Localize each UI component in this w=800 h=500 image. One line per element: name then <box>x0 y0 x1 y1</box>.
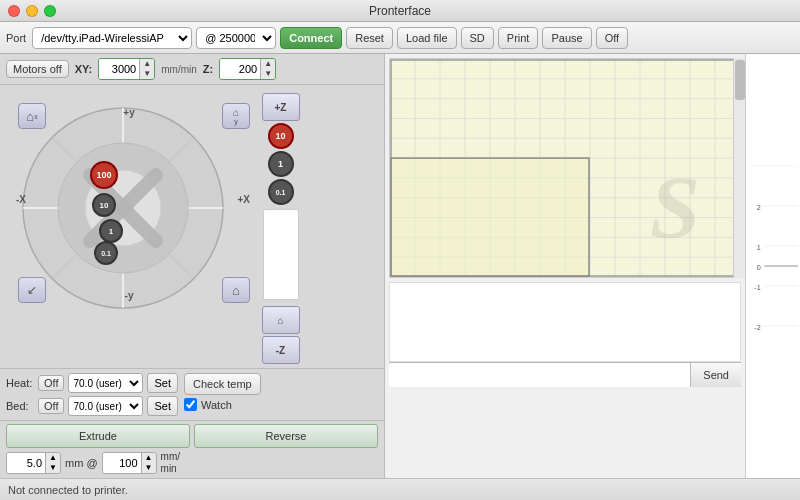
send-input[interactable] <box>389 363 691 387</box>
extrude-speed-down[interactable]: ▼ <box>142 463 156 473</box>
z-plus-button[interactable]: +Z <box>262 93 300 121</box>
send-button[interactable]: Send <box>691 363 741 387</box>
jog-wheel-svg[interactable] <box>18 103 228 313</box>
home-bottomright-button[interactable]: ⌂ <box>222 277 250 303</box>
status-bar: Not connected to printer. <box>0 478 800 500</box>
z-speed-down-button[interactable]: ▼ <box>261 69 275 79</box>
plus-x-label: +X <box>237 194 250 205</box>
chart-svg: 2 1 0 -1 -2 <box>748 56 798 476</box>
extrude-amount-down[interactable]: ▼ <box>46 463 60 473</box>
xy-speed-input[interactable] <box>99 59 139 79</box>
svg-text:1: 1 <box>757 243 761 252</box>
step-01-badge[interactable]: 0.1 <box>94 241 118 265</box>
status-text: Not connected to printer. <box>8 484 128 496</box>
check-temp-button[interactable]: Check temp <box>184 373 261 395</box>
bed-temp-select[interactable]: 70.0 (user) <box>68 396 143 416</box>
heat-label: Heat: <box>6 377 34 389</box>
reset-button[interactable]: Reset <box>346 27 393 49</box>
heat-temp-select[interactable]: 70.0 (user) <box>68 373 143 393</box>
bed-set-button[interactable]: Set <box>147 396 178 416</box>
extrude-buttons: Extrude Reverse <box>6 424 378 448</box>
print-button[interactable]: Print <box>498 27 539 49</box>
z-home-button[interactable]: ⌂ <box>262 306 300 334</box>
extrude-amount-up[interactable]: ▲ <box>46 453 60 463</box>
sd-button[interactable]: SD <box>461 27 494 49</box>
jog-wheel[interactable] <box>18 103 228 313</box>
step-1-badge[interactable]: 1 <box>99 219 123 243</box>
z-speed-spinner-buttons: ▲ ▼ <box>260 59 275 79</box>
heat-status: Off <box>38 375 64 391</box>
mm-at-label: mm @ <box>65 457 98 469</box>
window-title: Pronterface <box>369 4 431 18</box>
connect-button[interactable]: Connect <box>280 27 342 49</box>
svg-text:-2: -2 <box>754 323 760 332</box>
svg-text:-1: -1 <box>754 283 760 292</box>
mmmin-label: mm/min <box>161 64 197 75</box>
xy-speed-up-button[interactable]: ▲ <box>140 59 154 69</box>
bed-row: Bed: Off 70.0 (user) Set <box>6 396 178 416</box>
bed-status: Off <box>38 398 64 414</box>
xy-label: XY: <box>75 63 93 75</box>
port-label: Port <box>6 32 26 44</box>
svg-text:S: S <box>650 158 700 257</box>
xy-speed-spinner-buttons: ▲ ▼ <box>139 59 154 79</box>
heat-bed-panel: Heat: Off 70.0 (user) Set Bed: Off 70.0 … <box>0 368 384 420</box>
close-button[interactable] <box>8 5 20 17</box>
extrude-speed-spinner: ▲ ▼ <box>102 452 157 474</box>
z-label: Z: <box>203 63 213 75</box>
mmmin-extrude-label: mm/min <box>161 451 180 475</box>
extrude-amount-input[interactable] <box>7 453 45 473</box>
pause-button[interactable]: Pause <box>542 27 591 49</box>
build-plate: S Send <box>385 54 745 478</box>
maximize-button[interactable] <box>44 5 56 17</box>
extrude-panel: Extrude Reverse ▲ ▼ mm @ ▲ ▼ <box>0 420 384 478</box>
heat-check-layout: Heat: Off 70.0 (user) Set Bed: Off 70.0 … <box>6 373 378 416</box>
reverse-button[interactable]: Reverse <box>194 424 378 448</box>
main-content: Motors off XY: ▲ ▼ mm/min Z: ▲ ▼ <box>0 54 800 478</box>
heat-set-button[interactable]: Set <box>147 373 178 393</box>
step-10-badge[interactable]: 10 <box>92 193 116 217</box>
z-speed-up-button[interactable]: ▲ <box>261 59 275 69</box>
motors-off-button[interactable]: Motors off <box>6 60 69 78</box>
z-jog-panel: +Z 10 1 0.1 ⌂ -Z <box>258 89 303 364</box>
watch-checkbox[interactable] <box>184 398 197 411</box>
xy-jog-container: ⌂x ⌂y ↙ ⌂ +y -y -X +X <box>4 89 254 309</box>
build-grid: S <box>389 58 741 278</box>
watch-label: Watch <box>201 399 232 411</box>
heat-check-right-panel: Check temp Watch <box>184 373 261 411</box>
z-minus-button[interactable]: -Z <box>262 336 300 364</box>
svg-rect-34 <box>391 158 589 276</box>
home-topleft-button[interactable]: ⌂x <box>18 103 46 129</box>
z-speed-input[interactable] <box>220 59 260 79</box>
home-topright-button[interactable]: ⌂y <box>222 103 250 129</box>
left-panel: Motors off XY: ▲ ▼ mm/min Z: ▲ ▼ <box>0 54 385 478</box>
z-speed-spinner: ▲ ▼ <box>219 58 276 80</box>
off-button[interactable]: Off <box>596 27 628 49</box>
send-row: Send <box>389 362 741 387</box>
port-select[interactable]: /dev/tty.iPad-WirelessiAP <box>32 27 192 49</box>
step-100-badge[interactable]: 100 <box>90 161 118 189</box>
grid-area: S Send <box>385 54 800 478</box>
window-controls <box>8 5 56 17</box>
z-step-10-badge[interactable]: 10 <box>268 123 294 149</box>
heat-row: Heat: Off 70.0 (user) Set <box>6 373 178 393</box>
z-step-01-badge[interactable]: 0.1 <box>268 179 294 205</box>
extrude-button[interactable]: Extrude <box>6 424 190 448</box>
xy-speed-down-button[interactable]: ▼ <box>140 69 154 79</box>
minus-y-label: -y <box>125 290 134 301</box>
extrude-amount-spinner-buttons: ▲ ▼ <box>45 453 60 473</box>
extrude-speed-spinner-buttons: ▲ ▼ <box>141 453 156 473</box>
mini-chart-area: 2 1 0 -1 -2 <box>745 54 800 478</box>
z-step-1-badge[interactable]: 1 <box>268 151 294 177</box>
jog-area: ⌂x ⌂y ↙ ⌂ +y -y -X +X <box>0 85 384 368</box>
baud-select[interactable]: @ 250000 <box>196 27 276 49</box>
svg-text:2: 2 <box>757 203 761 212</box>
home-bottomleft-button[interactable]: ↙ <box>18 277 46 303</box>
extrude-speed-input[interactable] <box>103 453 141 473</box>
motors-row: Motors off XY: ▲ ▼ mm/min Z: ▲ ▼ <box>0 54 384 85</box>
extrude-amount-spinner: ▲ ▼ <box>6 452 61 474</box>
minimize-button[interactable] <box>26 5 38 17</box>
loadfile-button[interactable]: Load file <box>397 27 457 49</box>
right-panel: S Send <box>385 54 800 478</box>
extrude-speed-up[interactable]: ▲ <box>142 453 156 463</box>
